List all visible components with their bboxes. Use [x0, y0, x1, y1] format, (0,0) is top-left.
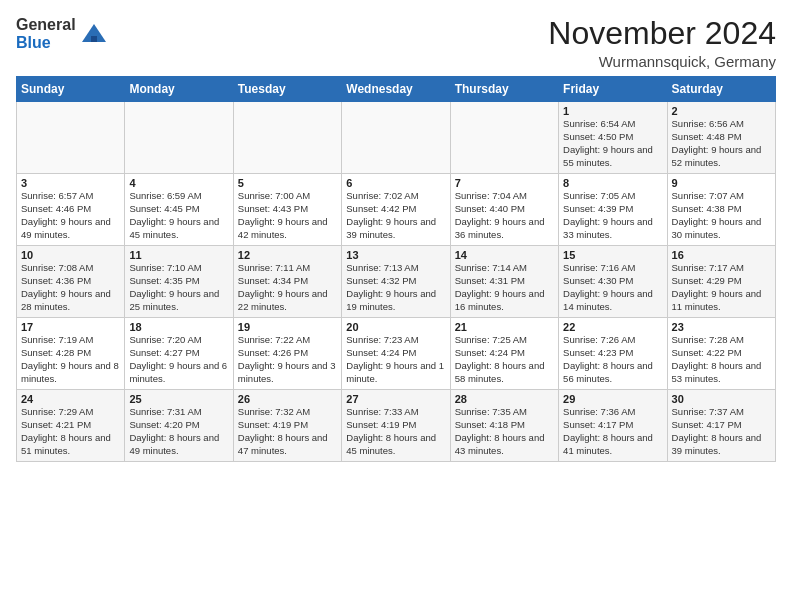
day-detail: Sunrise: 6:54 AM Sunset: 4:50 PM Dayligh… [563, 118, 662, 169]
calendar-cell-w0d0 [17, 102, 125, 174]
day-number: 20 [346, 321, 445, 333]
calendar-week-0: 1Sunrise: 6:54 AM Sunset: 4:50 PM Daylig… [17, 102, 776, 174]
calendar-table: SundayMondayTuesdayWednesdayThursdayFrid… [16, 76, 776, 462]
calendar-cell-w4d3: 27Sunrise: 7:33 AM Sunset: 4:19 PM Dayli… [342, 390, 450, 462]
calendar-cell-w1d4: 7Sunrise: 7:04 AM Sunset: 4:40 PM Daylig… [450, 174, 558, 246]
day-number: 10 [21, 249, 120, 261]
logo-blue: Blue [16, 34, 76, 52]
svg-rect-1 [91, 36, 97, 42]
day-detail: Sunrise: 7:07 AM Sunset: 4:38 PM Dayligh… [672, 190, 771, 241]
calendar-cell-w1d3: 6Sunrise: 7:02 AM Sunset: 4:42 PM Daylig… [342, 174, 450, 246]
logo-text: General Blue [16, 16, 76, 51]
calendar-cell-w0d2 [233, 102, 341, 174]
day-detail: Sunrise: 7:25 AM Sunset: 4:24 PM Dayligh… [455, 334, 554, 385]
calendar-cell-w3d5: 22Sunrise: 7:26 AM Sunset: 4:23 PM Dayli… [559, 318, 667, 390]
title-block: November 2024 Wurmannsquick, Germany [548, 16, 776, 70]
day-detail: Sunrise: 6:56 AM Sunset: 4:48 PM Dayligh… [672, 118, 771, 169]
day-number: 3 [21, 177, 120, 189]
main-title: November 2024 [548, 16, 776, 51]
day-number: 23 [672, 321, 771, 333]
day-number: 21 [455, 321, 554, 333]
day-detail: Sunrise: 7:23 AM Sunset: 4:24 PM Dayligh… [346, 334, 445, 385]
day-detail: Sunrise: 7:17 AM Sunset: 4:29 PM Dayligh… [672, 262, 771, 313]
calendar-cell-w3d0: 17Sunrise: 7:19 AM Sunset: 4:28 PM Dayli… [17, 318, 125, 390]
calendar-cell-w4d5: 29Sunrise: 7:36 AM Sunset: 4:17 PM Dayli… [559, 390, 667, 462]
calendar-cell-w2d4: 14Sunrise: 7:14 AM Sunset: 4:31 PM Dayli… [450, 246, 558, 318]
day-detail: Sunrise: 7:20 AM Sunset: 4:27 PM Dayligh… [129, 334, 228, 385]
day-number: 2 [672, 105, 771, 117]
day-number: 28 [455, 393, 554, 405]
day-number: 4 [129, 177, 228, 189]
day-number: 7 [455, 177, 554, 189]
calendar-cell-w2d5: 15Sunrise: 7:16 AM Sunset: 4:30 PM Dayli… [559, 246, 667, 318]
calendar-cell-w3d4: 21Sunrise: 7:25 AM Sunset: 4:24 PM Dayli… [450, 318, 558, 390]
calendar-cell-w2d3: 13Sunrise: 7:13 AM Sunset: 4:32 PM Dayli… [342, 246, 450, 318]
calendar-cell-w1d0: 3Sunrise: 6:57 AM Sunset: 4:46 PM Daylig… [17, 174, 125, 246]
day-number: 9 [672, 177, 771, 189]
day-detail: Sunrise: 7:16 AM Sunset: 4:30 PM Dayligh… [563, 262, 662, 313]
calendar-cell-w0d4 [450, 102, 558, 174]
col-header-wednesday: Wednesday [342, 77, 450, 102]
day-number: 14 [455, 249, 554, 261]
calendar-cell-w2d1: 11Sunrise: 7:10 AM Sunset: 4:35 PM Dayli… [125, 246, 233, 318]
calendar-cell-w4d4: 28Sunrise: 7:35 AM Sunset: 4:18 PM Dayli… [450, 390, 558, 462]
day-number: 5 [238, 177, 337, 189]
day-number: 11 [129, 249, 228, 261]
day-number: 17 [21, 321, 120, 333]
col-header-sunday: Sunday [17, 77, 125, 102]
day-detail: Sunrise: 6:59 AM Sunset: 4:45 PM Dayligh… [129, 190, 228, 241]
col-header-thursday: Thursday [450, 77, 558, 102]
calendar-cell-w4d2: 26Sunrise: 7:32 AM Sunset: 4:19 PM Dayli… [233, 390, 341, 462]
logo: General Blue [16, 16, 108, 51]
calendar-cell-w4d6: 30Sunrise: 7:37 AM Sunset: 4:17 PM Dayli… [667, 390, 775, 462]
col-header-saturday: Saturday [667, 77, 775, 102]
day-detail: Sunrise: 7:04 AM Sunset: 4:40 PM Dayligh… [455, 190, 554, 241]
calendar-cell-w3d2: 19Sunrise: 7:22 AM Sunset: 4:26 PM Dayli… [233, 318, 341, 390]
day-number: 16 [672, 249, 771, 261]
calendar-cell-w1d1: 4Sunrise: 6:59 AM Sunset: 4:45 PM Daylig… [125, 174, 233, 246]
day-number: 6 [346, 177, 445, 189]
day-number: 22 [563, 321, 662, 333]
day-detail: Sunrise: 7:08 AM Sunset: 4:36 PM Dayligh… [21, 262, 120, 313]
day-detail: Sunrise: 7:02 AM Sunset: 4:42 PM Dayligh… [346, 190, 445, 241]
calendar-cell-w2d0: 10Sunrise: 7:08 AM Sunset: 4:36 PM Dayli… [17, 246, 125, 318]
calendar-cell-w1d5: 8Sunrise: 7:05 AM Sunset: 4:39 PM Daylig… [559, 174, 667, 246]
calendar-cell-w0d5: 1Sunrise: 6:54 AM Sunset: 4:50 PM Daylig… [559, 102, 667, 174]
day-detail: Sunrise: 7:28 AM Sunset: 4:22 PM Dayligh… [672, 334, 771, 385]
day-detail: Sunrise: 6:57 AM Sunset: 4:46 PM Dayligh… [21, 190, 120, 241]
calendar-cell-w0d3 [342, 102, 450, 174]
subtitle: Wurmannsquick, Germany [548, 53, 776, 70]
day-number: 24 [21, 393, 120, 405]
day-detail: Sunrise: 7:11 AM Sunset: 4:34 PM Dayligh… [238, 262, 337, 313]
day-detail: Sunrise: 7:10 AM Sunset: 4:35 PM Dayligh… [129, 262, 228, 313]
day-number: 19 [238, 321, 337, 333]
day-detail: Sunrise: 7:35 AM Sunset: 4:18 PM Dayligh… [455, 406, 554, 457]
day-detail: Sunrise: 7:31 AM Sunset: 4:20 PM Dayligh… [129, 406, 228, 457]
day-detail: Sunrise: 7:32 AM Sunset: 4:19 PM Dayligh… [238, 406, 337, 457]
day-number: 25 [129, 393, 228, 405]
day-detail: Sunrise: 7:37 AM Sunset: 4:17 PM Dayligh… [672, 406, 771, 457]
day-number: 27 [346, 393, 445, 405]
calendar-week-4: 24Sunrise: 7:29 AM Sunset: 4:21 PM Dayli… [17, 390, 776, 462]
calendar-cell-w0d1 [125, 102, 233, 174]
calendar-cell-w2d6: 16Sunrise: 7:17 AM Sunset: 4:29 PM Dayli… [667, 246, 775, 318]
calendar-week-2: 10Sunrise: 7:08 AM Sunset: 4:36 PM Dayli… [17, 246, 776, 318]
calendar-cell-w4d0: 24Sunrise: 7:29 AM Sunset: 4:21 PM Dayli… [17, 390, 125, 462]
day-detail: Sunrise: 7:33 AM Sunset: 4:19 PM Dayligh… [346, 406, 445, 457]
calendar-week-1: 3Sunrise: 6:57 AM Sunset: 4:46 PM Daylig… [17, 174, 776, 246]
calendar-cell-w0d6: 2Sunrise: 6:56 AM Sunset: 4:48 PM Daylig… [667, 102, 775, 174]
day-number: 30 [672, 393, 771, 405]
day-detail: Sunrise: 7:13 AM Sunset: 4:32 PM Dayligh… [346, 262, 445, 313]
day-detail: Sunrise: 7:00 AM Sunset: 4:43 PM Dayligh… [238, 190, 337, 241]
col-header-monday: Monday [125, 77, 233, 102]
day-number: 18 [129, 321, 228, 333]
calendar-cell-w4d1: 25Sunrise: 7:31 AM Sunset: 4:20 PM Dayli… [125, 390, 233, 462]
day-detail: Sunrise: 7:22 AM Sunset: 4:26 PM Dayligh… [238, 334, 337, 385]
calendar-header-row: SundayMondayTuesdayWednesdayThursdayFrid… [17, 77, 776, 102]
calendar-cell-w3d3: 20Sunrise: 7:23 AM Sunset: 4:24 PM Dayli… [342, 318, 450, 390]
day-detail: Sunrise: 7:36 AM Sunset: 4:17 PM Dayligh… [563, 406, 662, 457]
col-header-tuesday: Tuesday [233, 77, 341, 102]
day-number: 13 [346, 249, 445, 261]
day-number: 15 [563, 249, 662, 261]
calendar-cell-w1d6: 9Sunrise: 7:07 AM Sunset: 4:38 PM Daylig… [667, 174, 775, 246]
